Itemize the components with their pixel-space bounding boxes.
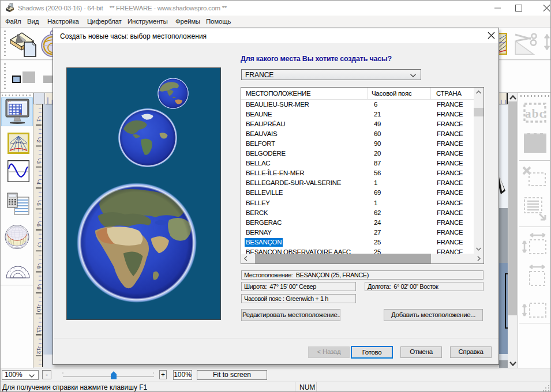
svg-text:-12: -12 <box>36 346 42 354</box>
svg-text:-11: -11 <box>36 325 42 333</box>
svg-text:-3: -3 <box>36 159 42 163</box>
svg-text:abc: abc <box>525 107 545 120</box>
svg-text:-7: -7 <box>36 243 42 247</box>
svg-text:-1: -1 <box>36 117 42 122</box>
svg-text:-4: -4 <box>36 180 42 184</box>
svg-text:-8: -8 <box>36 263 42 268</box>
svg-text:-2: -2 <box>36 138 42 142</box>
svg-text:-5: -5 <box>36 201 42 205</box>
svg-text:-9: -9 <box>36 285 42 289</box>
svg-text:-10: -10 <box>36 304 42 312</box>
svg-text:-6: -6 <box>36 222 42 227</box>
